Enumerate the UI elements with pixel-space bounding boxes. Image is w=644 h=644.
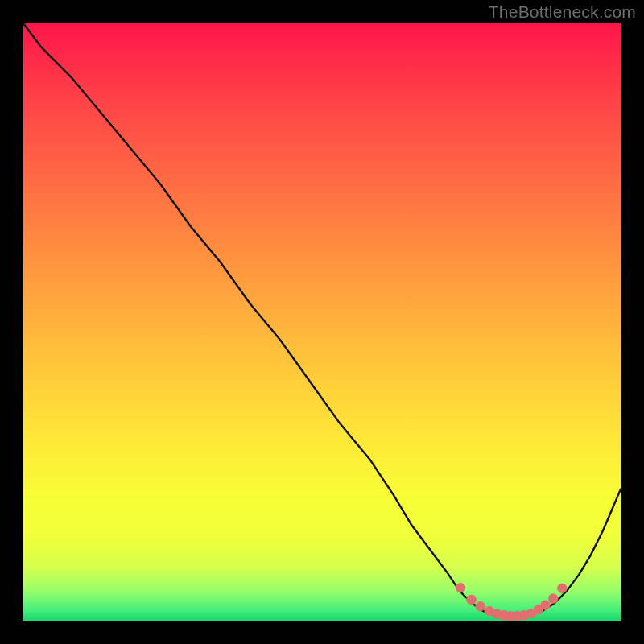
bottom-dot (557, 584, 567, 593)
plot-area (23, 23, 621, 621)
bottom-dot (456, 583, 465, 592)
curve-overlay (23, 23, 621, 621)
main-curve (23, 23, 621, 617)
bottom-dot (548, 593, 558, 603)
bottom-dot (540, 601, 550, 610)
bottom-dot (466, 595, 476, 605)
watermark-text: TheBottleneck.com (489, 2, 636, 22)
bottom-dots (456, 583, 568, 621)
chart-canvas: TheBottleneck.com (0, 0, 644, 644)
bottom-dot (475, 601, 485, 611)
